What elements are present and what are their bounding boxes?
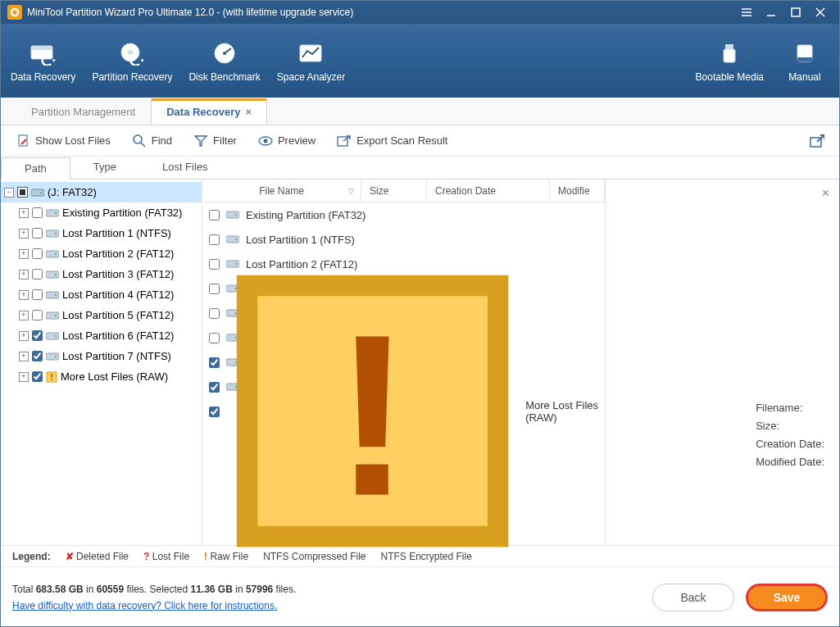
close-details-button[interactable]: × <box>822 186 829 201</box>
filter-icon <box>193 134 208 148</box>
file-checkbox[interactable] <box>209 382 220 393</box>
tree-checkbox[interactable] <box>32 207 43 218</box>
file-checkbox[interactable] <box>209 308 220 319</box>
file-checkbox[interactable] <box>209 333 220 343</box>
tree-item[interactable]: +Lost Partition 3 (FAT12) <box>1 264 202 284</box>
save-button[interactable]: Save <box>746 584 828 611</box>
help-link[interactable]: Have difficulty with data recovery? Clic… <box>12 600 296 611</box>
svg-rect-5 <box>792 8 800 16</box>
tree-item[interactable]: +Lost Partition 2 (FAT12) <box>1 243 202 264</box>
expand-icon[interactable]: + <box>19 229 29 239</box>
file-checkbox[interactable] <box>209 407 220 417</box>
collapse-icon[interactable]: − <box>4 188 14 198</box>
file-checkbox[interactable] <box>209 234 220 245</box>
svg-point-50 <box>235 239 237 240</box>
data-recovery-button[interactable]: Data Recovery <box>11 39 75 83</box>
tree-checkbox[interactable] <box>32 289 43 300</box>
svg-rect-18 <box>797 57 812 61</box>
back-button[interactable]: Back <box>652 584 734 611</box>
svg-rect-25 <box>338 137 347 146</box>
minimize-button[interactable] <box>759 4 783 20</box>
app-title: MiniTool Partition Wizard Pro Ultimate 1… <box>27 7 734 18</box>
file-row[interactable]: Lost Partition 1 (NTFS) <box>202 227 605 252</box>
tree-checkbox[interactable] <box>17 187 28 198</box>
toolbar-label: Filter <box>213 134 237 147</box>
col-size[interactable]: Size <box>361 179 427 202</box>
svg-point-21 <box>134 135 142 143</box>
menu-button[interactable] <box>734 4 759 20</box>
ribbon: Data Recovery Partition Recovery Disk Be… <box>1 24 839 98</box>
ribbon-label: Space Analyzer <box>277 71 345 83</box>
viewtab-lostfiles[interactable]: Lost Files <box>139 157 231 179</box>
expand-icon[interactable]: + <box>19 208 29 218</box>
tab-label: Partition Management <box>31 106 135 118</box>
tree-item[interactable]: +Lost Partition 1 (NTFS) <box>1 223 202 243</box>
share-button[interactable] <box>810 134 824 148</box>
tree-checkbox[interactable] <box>32 330 43 341</box>
file-name-label: Lost Partition 1 (NTFS) <box>246 234 355 246</box>
tree-checkbox[interactable] <box>32 351 43 361</box>
export-scan-result-button[interactable]: Export Scan Result <box>337 134 447 148</box>
expand-icon[interactable]: + <box>19 270 29 279</box>
detail-creation-date: Creation Date: <box>756 435 824 453</box>
drive-icon <box>46 331 59 341</box>
tree-checkbox[interactable] <box>32 228 43 239</box>
expand-icon[interactable]: + <box>19 311 29 320</box>
file-checkbox[interactable] <box>209 284 220 294</box>
tree-item[interactable]: +!More Lost Files (RAW) <box>1 366 202 387</box>
tree-item[interactable]: +Lost Partition 6 (FAT12) <box>1 325 202 346</box>
svg-point-28 <box>40 192 42 193</box>
drive-icon <box>46 311 59 320</box>
file-row[interactable]: Existing Partition (FAT32) <box>202 202 605 227</box>
partition-recovery-button[interactable]: Partition Recovery <box>92 39 172 83</box>
toolbar: Show Lost Files Find Filter Preview Expo… <box>1 125 839 157</box>
manual-button[interactable]: Manual <box>780 39 829 83</box>
details-panel: × Filename: Size: Creation Date: Modifie… <box>606 179 839 545</box>
space-analyzer-button[interactable]: Space Analyzer <box>277 39 345 83</box>
space-analyzer-icon <box>294 39 327 68</box>
tree-root[interactable]: − (J: FAT32) <box>1 182 202 202</box>
col-creation-date[interactable]: Creation Date <box>427 179 550 202</box>
tree-checkbox[interactable] <box>32 248 43 259</box>
file-checkbox[interactable] <box>209 259 220 270</box>
expand-icon[interactable]: + <box>19 249 29 259</box>
close-button[interactable] <box>808 4 833 20</box>
tree-checkbox[interactable] <box>32 371 43 382</box>
tree-item[interactable]: +Existing Partition (FAT32) <box>1 202 202 223</box>
file-checkbox[interactable] <box>209 357 220 368</box>
tree-item[interactable]: +Lost Partition 4 (FAT12) <box>1 284 202 305</box>
tab-bar: Partition Management Data Recovery× <box>1 98 839 125</box>
viewtab-label: Type <box>93 161 116 173</box>
viewtab-type[interactable]: Type <box>70 157 139 179</box>
tab-data-recovery[interactable]: Data Recovery× <box>151 99 267 125</box>
file-row[interactable]: !More Lost Files (RAW) <box>202 399 605 424</box>
close-icon[interactable]: × <box>246 106 252 118</box>
file-list: File Name▽ Size Creation Date Modifie Ex… <box>202 179 606 545</box>
preview-button[interactable]: Preview <box>258 134 316 148</box>
tree-checkbox[interactable] <box>32 269 43 279</box>
tree-checkbox[interactable] <box>32 310 43 320</box>
file-list-header: File Name▽ Size Creation Date Modifie <box>202 179 605 202</box>
tab-partition-management[interactable]: Partition Management <box>16 99 151 125</box>
expand-icon[interactable]: + <box>19 372 29 382</box>
file-checkbox[interactable] <box>209 210 220 220</box>
eye-icon <box>258 134 273 148</box>
viewtab-path[interactable]: Path <box>1 157 70 179</box>
bootable-media-button[interactable]: Bootable Media <box>696 39 764 83</box>
expand-icon[interactable]: + <box>19 352 29 361</box>
tree-item[interactable]: +Lost Partition 5 (FAT12) <box>1 305 202 325</box>
maximize-button[interactable] <box>783 4 808 20</box>
expand-icon[interactable]: + <box>19 290 29 300</box>
show-lost-files-button[interactable]: Show Lost Files <box>16 134 111 148</box>
col-filename[interactable]: File Name▽ <box>202 179 361 202</box>
expand-icon[interactable]: + <box>19 331 29 341</box>
document-icon <box>16 134 30 148</box>
tree-label: Lost Partition 2 (FAT12) <box>62 248 174 260</box>
find-button[interactable]: Find <box>132 134 172 148</box>
svg-text:!: ! <box>334 287 411 543</box>
disk-benchmark-button[interactable]: Disk Benchmark <box>188 39 260 83</box>
svg-rect-9 <box>31 46 52 50</box>
col-modified-date[interactable]: Modifie <box>550 179 605 202</box>
filter-button[interactable]: Filter <box>193 134 237 148</box>
tree-item[interactable]: +Lost Partition 7 (NTFS) <box>1 346 202 366</box>
